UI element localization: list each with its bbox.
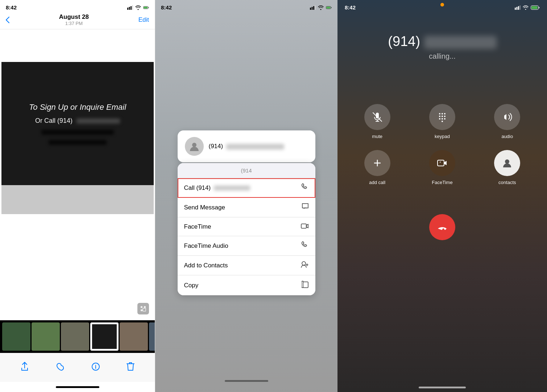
status-icons-p1 (127, 5, 149, 11)
svg-point-34 (442, 118, 443, 120)
svg-rect-2 (130, 6, 132, 10)
film-thumb-2[interactable] (32, 322, 60, 351)
audio-icon (501, 112, 513, 122)
blurred-call-number (214, 185, 250, 191)
svg-rect-20 (303, 282, 308, 288)
context-menu: (914 Call (914) Send Message Fac (178, 163, 315, 295)
sign-text-line1: To Sign Up or Inquire Email (29, 103, 126, 112)
chevron-left-icon (6, 17, 9, 23)
menu-item-copy[interactable]: Copy (178, 275, 315, 295)
ocr-icon (140, 305, 146, 312)
contacts-button[interactable]: contacts (478, 150, 536, 185)
svg-point-28 (442, 113, 443, 114)
svg-point-38 (505, 159, 509, 164)
heart-icon (55, 362, 65, 371)
battery-icon-p1 (143, 5, 149, 11)
blurred-contact-name (226, 144, 284, 150)
status-time-p1: 8:42 (6, 4, 17, 11)
home-indicator-p3 (419, 387, 466, 388)
status-bar-p2: 8:42 (155, 0, 337, 12)
person-icon (189, 141, 200, 152)
svg-rect-16 (326, 7, 330, 8)
menu-item-call[interactable]: Call (914) (178, 178, 315, 198)
blurred-call-name (424, 36, 497, 49)
contact-name: (914) (209, 143, 284, 150)
photo-toolbar (0, 353, 155, 382)
svg-rect-7 (144, 306, 146, 308)
menu-item-facetime-label: FaceTime (184, 223, 211, 230)
call-icon (302, 183, 309, 192)
share-button[interactable] (20, 362, 29, 374)
call-number: (914) (345, 34, 540, 49)
film-thumb-6[interactable] (149, 322, 155, 351)
svg-point-36 (442, 121, 443, 122)
svg-point-19 (302, 262, 306, 265)
menu-item-add-contacts[interactable]: Add to Contacts (178, 256, 315, 275)
menu-item-message[interactable]: Send Message (178, 198, 315, 217)
mute-circle (364, 104, 390, 130)
status-time-p2: 8:42 (161, 4, 172, 11)
favorite-button[interactable] (55, 362, 65, 373)
keypad-icon (437, 112, 447, 122)
contact-card: (914) (178, 130, 315, 162)
facetime-button[interactable]: FaceTime (413, 150, 471, 185)
end-call-button[interactable] (429, 214, 455, 240)
svg-point-17 (192, 143, 196, 147)
wifi-icon-p3 (523, 5, 529, 10)
svg-rect-26 (531, 6, 538, 9)
svg-point-32 (444, 116, 446, 117)
film-thumb-4[interactable] (90, 322, 119, 351)
svg-rect-9 (143, 308, 146, 311)
svg-rect-23 (518, 6, 519, 10)
ocr-badge[interactable] (137, 303, 149, 314)
message-icon (302, 203, 309, 212)
edit-button[interactable]: Edit (138, 16, 149, 24)
trash-icon (127, 362, 134, 371)
film-thumb-1[interactable] (2, 322, 30, 351)
context-menu-header: (914 (178, 163, 315, 178)
wifi-icon-p2 (318, 5, 324, 11)
add-call-button[interactable]: add call (348, 150, 406, 185)
film-thumb-5[interactable] (120, 322, 148, 351)
svg-rect-21 (515, 8, 516, 10)
keypad-label: keypad (435, 134, 450, 139)
audio-circle (494, 104, 520, 130)
delete-button[interactable] (127, 362, 134, 374)
battery-icon-p3 (531, 5, 540, 10)
film-thumb-3[interactable] (61, 322, 89, 351)
audio-button[interactable]: audio (478, 104, 536, 139)
back-button[interactable] (6, 17, 9, 23)
contact-avatar (185, 137, 204, 156)
add-contacts-icon (301, 261, 309, 270)
svg-rect-6 (141, 306, 142, 308)
menu-item-add-contacts-label: Add to Contacts (184, 262, 228, 269)
end-call-icon (436, 221, 448, 233)
copy-icon (302, 280, 309, 290)
svg-rect-14 (315, 5, 316, 10)
contacts-icon (502, 158, 512, 168)
add-call-circle (364, 150, 390, 176)
menu-item-facetime[interactable]: FaceTime (178, 217, 315, 236)
svg-rect-11 (310, 8, 311, 10)
info-button[interactable] (91, 362, 100, 373)
menu-item-call-label: Call (914) (184, 184, 250, 192)
info-icon (91, 362, 100, 371)
status-bar-p3: 8:42 (337, 0, 547, 12)
nav-time: 1:37 PM (59, 21, 89, 26)
audio-label: audio (501, 134, 513, 139)
contacts-label: contacts (498, 180, 516, 185)
svg-rect-13 (313, 6, 314, 10)
svg-point-35 (444, 118, 446, 120)
home-indicator-p2 (225, 380, 268, 382)
facetime-label: FaceTime (432, 180, 452, 185)
status-time-p3: 8:42 (345, 4, 356, 11)
nav-date: August 28 (59, 13, 89, 21)
svg-rect-3 (132, 5, 133, 10)
svg-rect-37 (438, 160, 444, 166)
facetime-audio-icon (302, 241, 309, 250)
keypad-button[interactable]: keypad (413, 104, 471, 139)
svg-point-27 (439, 113, 440, 114)
mute-button[interactable]: mute (348, 104, 406, 139)
add-call-label: add call (369, 180, 385, 185)
menu-item-facetime-audio[interactable]: FaceTime Audio (178, 236, 315, 256)
